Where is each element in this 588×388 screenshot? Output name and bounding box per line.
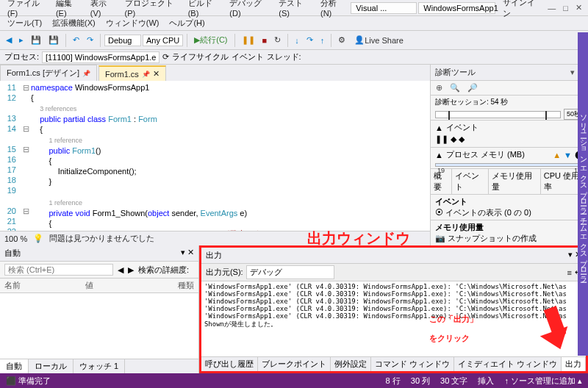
status-bar: ⬛ 準備完了 8 行 30 列 30 文字 挿入 ↑ ソース管理に追加 ▴ — [0, 373, 588, 388]
autos-header: 自動▾ ✕ — [0, 245, 198, 262]
diag-session-label: 診断セッション: 54 秒 — [431, 96, 588, 109]
stepout-icon[interactable]: ↑ — [318, 35, 328, 46]
tab-watch1[interactable]: ウォッチ 1 — [74, 359, 125, 373]
tab-code[interactable]: Form1.cs📌✕ — [98, 65, 166, 81]
menu-tools[interactable]: ツール(T) — [3, 16, 46, 30]
lifecycle-label: ライフサイクル イベント — [172, 51, 263, 62]
minimize-icon[interactable]: — — [545, 2, 559, 14]
menu-ext[interactable]: 拡張機能(X) — [48, 16, 100, 30]
col-type[interactable]: 種類 — [178, 280, 194, 291]
tab-locals[interactable]: ローカル — [29, 359, 74, 373]
stepinto-icon[interactable]: ↓ — [292, 35, 302, 46]
zoom-level[interactable]: 100 % — [4, 234, 27, 243]
maximize-icon[interactable]: □ — [560, 2, 571, 14]
output-source-combo[interactable]: デバッグ — [246, 265, 334, 279]
tab-immediate[interactable]: イミディエイト ウィンドウ — [454, 357, 562, 371]
autos-body[interactable] — [0, 293, 198, 359]
signin-link[interactable]: サインイン — [498, 0, 543, 19]
config-combo[interactable]: Debug — [104, 35, 141, 46]
autos-search: ◀ ▶ 検索の詳細度: — [0, 262, 198, 279]
autos-columns: 名前 値 種類 — [0, 279, 198, 293]
back-icon[interactable]: ◀ — [3, 34, 15, 46]
diag-events: ▲ イベント ❚❚ ◆ ◆ — [431, 120, 588, 147]
autos-bottom-tabs: 自動 ローカル ウォッチ 1 — [0, 359, 198, 373]
diag-zoomin-icon[interactable]: 🔍 — [448, 82, 462, 93]
menu-debug[interactable]: デバッグ(D) — [225, 0, 273, 19]
editor-footer: 100 % 💡 問題は見つかりませんでした — [0, 231, 430, 245]
forward-icon[interactable]: ▸ — [16, 34, 26, 46]
col-name[interactable]: 名前 — [4, 280, 85, 291]
nav-left-icon[interactable]: ◀ — [118, 265, 123, 275]
memory-chart[interactable]: 1919 — [435, 163, 584, 167]
autos-pane: 自動▾ ✕ ◀ ▶ 検索の詳細度: 名前 値 種類 自動 ローカル ウォッチ 1 — [0, 245, 199, 373]
tab-exceptions[interactable]: 例外設定 — [331, 357, 371, 371]
diag-zoomout-icon[interactable]: 🔎 — [465, 82, 480, 93]
platform-combo[interactable]: Any CPU — [143, 35, 183, 46]
diag-memory: ▲ プロセス メモリ (MB) ▲▼⬤ — [431, 147, 588, 162]
output-toolbar: 出力元(S): デバッグ ≡ ↩ — [201, 264, 586, 281]
diag-memory-list: メモリ使用量 📷 スナップショットの作成 — [431, 220, 588, 245]
tab-breakpoints[interactable]: ブレークポイント — [258, 357, 331, 371]
menu-analyze[interactable]: 分析(N) — [316, 0, 349, 19]
menu-window[interactable]: ウィンドウ(W) — [101, 16, 164, 30]
bulb-icon: 💡 — [33, 234, 43, 243]
code-area[interactable]: 1112 1314 1516171819 20212223242526 ⊟ ⊟ … — [0, 81, 430, 231]
pin-icon[interactable]: 📌 — [142, 71, 150, 78]
debug-process-bar: プロセス: [11100] WindowsFormsApp1.e ⟳ ライフサイ… — [0, 50, 588, 65]
clear-icon[interactable]: ≡ — [567, 268, 572, 277]
stepover-icon[interactable]: ↷ — [304, 34, 316, 46]
diag-select-icon[interactable]: ⊕ — [434, 82, 445, 93]
pin-icon[interactable]: 📌 — [82, 70, 90, 77]
menu-bar: ファイル(F) 編集(E) 表示(V) プロジェクト(P) ビルド(B) デバッ… — [0, 0, 588, 16]
diag-tabs: 概要 イベント メモリ使用量 CPU 使用率 — [431, 168, 588, 194]
menu-test[interactable]: テスト(S) — [274, 0, 315, 19]
status-col: 30 列 — [411, 376, 430, 387]
diag-toolbar: ⊕ 🔍 🔎 — [431, 81, 588, 96]
diag-timeline[interactable]: 50秒 — [431, 109, 588, 120]
diag-header: 診断ツール▾ ✕ — [431, 65, 588, 81]
tab-callstack[interactable]: 呼び出し履歴 — [201, 357, 258, 371]
saveall-icon[interactable]: 💾 — [46, 34, 62, 46]
solution-name: WindowsFormsApp1 — [418, 2, 495, 14]
nav-right-icon[interactable]: ▶ — [128, 265, 134, 275]
search-input[interactable] — [4, 264, 113, 276]
code-editor: Form1.cs [デザイン]📌 Form1.cs📌✕ 1112 1314 15… — [0, 65, 431, 245]
pane-close-icon[interactable]: ▾ ✕ — [181, 248, 194, 259]
liveshare-button[interactable]: 👤 Live Share — [351, 34, 406, 46]
status-src[interactable]: ↑ ソース管理に追加 ▴ — [504, 376, 582, 387]
menu-help[interactable]: ヘルプ(H) — [165, 16, 209, 30]
close-icon[interactable]: ✕ — [573, 1, 585, 14]
save-icon[interactable]: 💾 — [28, 34, 44, 46]
stop-icon[interactable]: ■ — [259, 35, 270, 46]
redo-icon[interactable]: ↷ — [84, 34, 96, 46]
tool-icon[interactable]: ⚙ — [335, 34, 348, 46]
process-combo[interactable]: [11100] WindowsFormsApp1.e — [42, 51, 159, 63]
output-log[interactable]: 'WindowsFormsApp1.exe' (CLR v4.0.30319: … — [201, 281, 586, 356]
tab-designer[interactable]: Form1.cs [デザイン]📌 — [0, 65, 97, 81]
source-text[interactable]: namespace WindowsFormsApp1 { 3 reference… — [31, 81, 430, 231]
output-header: 出力▾ ✕ — [201, 248, 586, 264]
output-pane: 出力▾ ✕ 出力元(S): デバッグ ≡ ↩ 'WindowsFormsApp1… — [199, 245, 588, 373]
right-sidebar-tabs[interactable]: ソリューション エクスプローラー チーム エクスプローラー — [578, 32, 588, 356]
undo-icon[interactable]: ↶ — [70, 34, 82, 46]
continue-button[interactable]: ▶ 続行(C) — [191, 33, 230, 47]
restart-icon[interactable]: ↻ — [271, 34, 284, 46]
diagnostics-pane: 診断ツール▾ ✕ ⊕ 🔍 🔎 診断セッション: 54 秒 50秒 ▲ イベント … — [431, 65, 588, 245]
issues-label: 問題は見つかりませんでした — [49, 233, 154, 244]
lifecycle-icon[interactable]: ⟳ — [162, 52, 169, 62]
tab-output[interactable]: 出力 — [562, 357, 586, 371]
tab-command[interactable]: コマンド ウィンドウ — [371, 357, 454, 371]
tab-autos[interactable]: 自動 — [0, 359, 29, 373]
diag-tab-events[interactable]: イベント — [452, 169, 489, 194]
status-ins: 挿入 — [478, 376, 494, 387]
col-value[interactable]: 値 — [85, 280, 178, 291]
diag-tab-memory[interactable]: メモリ使用量 — [489, 169, 540, 194]
fold-gutter[interactable]: ⊟ ⊟ ⊟ ⊟ — [21, 81, 31, 231]
search-depth-label: 検索の詳細度: — [138, 265, 189, 276]
editor-tabs: Form1.cs [デザイン]📌 Form1.cs📌✕ — [0, 65, 430, 81]
pause-icon[interactable]: ❚❚ — [239, 34, 258, 46]
thread-label: スレッド: — [267, 51, 301, 62]
quick-launch[interactable]: Visual ... — [351, 2, 417, 14]
output-bottom-tabs: 呼び出し履歴 ブレークポイント 例外設定 コマンド ウィンドウ イミディエイト … — [201, 356, 586, 371]
tab-close-icon[interactable]: ✕ — [153, 69, 159, 79]
